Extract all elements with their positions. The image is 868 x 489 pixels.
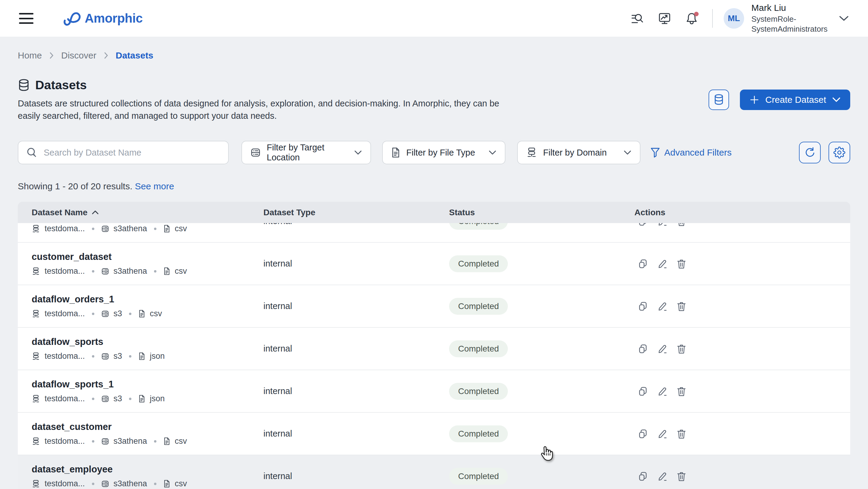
- column-label: Status: [449, 208, 475, 217]
- dataset-name[interactable]: dataflow_sports: [32, 336, 264, 347]
- column-actions: Actions: [634, 208, 850, 217]
- status-badge: Completed: [449, 340, 508, 357]
- breadcrumb-discover[interactable]: Discover: [61, 50, 96, 61]
- edit-icon[interactable]: [657, 301, 668, 311]
- divider: [712, 9, 713, 28]
- dataset-location: s3athena: [114, 267, 147, 276]
- column-dataset-name[interactable]: Dataset Name: [32, 208, 264, 217]
- top-bar: Amorphic ML Mark Liu: [0, 0, 868, 37]
- see-more-link[interactable]: See more: [135, 181, 174, 191]
- copy-icon[interactable]: [638, 386, 648, 397]
- status-badge: Completed: [449, 468, 508, 485]
- funnel-icon: [650, 147, 660, 158]
- domain-icon: [32, 437, 40, 446]
- dataset-type: internal: [264, 471, 449, 481]
- menu-icon[interactable]: [19, 13, 33, 24]
- dataset-type: internal: [264, 344, 449, 354]
- table-row[interactable]: dataflow_orders_1 testdoma... s3 csv int…: [18, 285, 850, 328]
- table-row[interactable]: dataset_customer testdoma... s3athena cs…: [18, 413, 850, 455]
- advanced-filters-link[interactable]: Advanced Filters: [650, 147, 732, 158]
- copy-icon[interactable]: [638, 258, 648, 269]
- settings-gear-button[interactable]: [829, 142, 850, 163]
- dataset-domain: testdoma...: [44, 394, 85, 403]
- copy-icon[interactable]: [638, 471, 648, 482]
- table-row[interactable]: testdoma... s3athena csv internal Comple…: [18, 223, 850, 243]
- column-dataset-type[interactable]: Dataset Type: [264, 208, 449, 217]
- table-row[interactable]: customer_dataset testdoma... s3athena cs…: [18, 243, 850, 285]
- dataset-name[interactable]: dataset_customer: [32, 422, 264, 432]
- dataset-location: s3athena: [114, 436, 147, 446]
- domain-icon: [32, 395, 40, 403]
- table-header: Dataset Name Dataset Type Status Actions: [18, 202, 850, 223]
- delete-icon[interactable]: [677, 223, 686, 226]
- dataset-type: internal: [264, 223, 449, 226]
- delete-icon[interactable]: [677, 429, 686, 439]
- search-box[interactable]: [18, 141, 229, 164]
- dataset-name[interactable]: customer_dataset: [32, 251, 264, 262]
- edit-icon[interactable]: [657, 471, 668, 482]
- delete-icon[interactable]: [677, 344, 686, 354]
- notifications-bell-icon[interactable]: [684, 10, 700, 26]
- copy-icon[interactable]: [638, 301, 648, 312]
- dot-separator: [92, 483, 94, 485]
- file-icon: [138, 352, 145, 360]
- file-icon: [138, 395, 145, 403]
- dataset-domain: testdoma...: [44, 309, 85, 318]
- dataset-name[interactable]: dataset_employee: [32, 464, 264, 475]
- dataset-name[interactable]: dataflow_orders_1: [32, 294, 264, 305]
- dataset-format: csv: [175, 224, 187, 233]
- edit-icon[interactable]: [657, 259, 668, 269]
- copy-icon[interactable]: [638, 428, 648, 439]
- file-icon: [138, 310, 145, 318]
- dataset-format: json: [150, 394, 165, 403]
- delete-icon[interactable]: [677, 301, 686, 311]
- file-icon: [391, 147, 400, 158]
- column-status[interactable]: Status: [449, 208, 634, 217]
- storage-icon: [101, 480, 109, 488]
- dataset-format: json: [150, 352, 165, 361]
- storage-icon: [101, 225, 109, 233]
- delete-icon[interactable]: [677, 471, 686, 482]
- dot-separator: [92, 355, 94, 358]
- edit-icon[interactable]: [657, 429, 668, 439]
- dataset-domain: testdoma...: [44, 352, 85, 361]
- dataset-name[interactable]: dataflow_sports_1: [32, 379, 264, 390]
- dot-separator: [129, 355, 131, 358]
- sort-ascending-icon[interactable]: [92, 210, 99, 215]
- dataset-library-button[interactable]: [709, 90, 729, 110]
- breadcrumb-home[interactable]: Home: [18, 50, 42, 61]
- dashboard-icon[interactable]: [657, 10, 673, 26]
- brand-logo[interactable]: Amorphic: [63, 10, 143, 27]
- user-role: SystemRole-SystemAdministrators: [751, 14, 827, 34]
- server-icon: [250, 147, 261, 158]
- filter-target-location-dropdown[interactable]: Filter by Target Location: [241, 141, 371, 164]
- chevron-down-icon[interactable]: [839, 15, 849, 22]
- edit-icon[interactable]: [657, 386, 668, 396]
- table-row[interactable]: dataflow_sports_1 testdoma... s3 json in…: [18, 370, 850, 413]
- domain-icon: [32, 480, 40, 488]
- copy-icon[interactable]: [638, 343, 648, 354]
- copy-icon[interactable]: [638, 223, 648, 227]
- create-dataset-button[interactable]: Create Dataset: [740, 90, 850, 110]
- table-row[interactable]: dataflow_sports testdoma... s3 json inte…: [18, 328, 850, 370]
- status-badge: Completed: [449, 223, 508, 230]
- user-info[interactable]: Mark Liu SystemRole-SystemAdministrators: [751, 3, 827, 34]
- file-icon: [163, 480, 170, 488]
- file-icon: [163, 437, 170, 445]
- search-input[interactable]: [44, 148, 220, 158]
- delete-icon[interactable]: [677, 386, 686, 396]
- avatar[interactable]: ML: [724, 8, 744, 29]
- dot-separator: [154, 270, 156, 273]
- edit-icon[interactable]: [657, 223, 668, 226]
- delete-icon[interactable]: [677, 259, 686, 269]
- filter-domain-dropdown[interactable]: Filter by Domain: [517, 141, 641, 164]
- table-row[interactable]: dataset_employee testdoma... s3athena cs…: [18, 455, 850, 489]
- global-search-icon[interactable]: [629, 10, 645, 26]
- plus-icon: [749, 95, 759, 104]
- dataset-domain: testdoma...: [44, 267, 85, 276]
- edit-icon[interactable]: [657, 344, 668, 354]
- filter-file-type-dropdown[interactable]: Filter by File Type: [382, 141, 505, 164]
- dataset-location: s3athena: [114, 224, 147, 233]
- advanced-filters-label: Advanced Filters: [664, 147, 732, 158]
- refresh-button[interactable]: [799, 142, 821, 163]
